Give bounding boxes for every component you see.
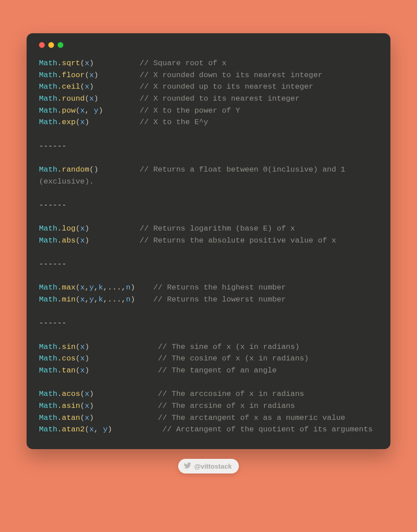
code-variable: k <box>98 295 103 304</box>
code-object: Math <box>39 354 57 363</box>
code-comment: // X to the E^y <box>140 118 208 126</box>
group-separator: ------ <box>39 201 66 209</box>
code-function: tan <box>62 366 76 375</box>
code-variable: n <box>126 283 130 292</box>
code-comment: // The arctangent of x as a numeric valu… <box>158 414 345 422</box>
code-object: Math <box>39 106 57 115</box>
code-comment: // Square root of x <box>140 59 226 67</box>
code-variable: x <box>85 414 89 422</box>
code-variable: x <box>80 354 85 363</box>
code-function: sqrt <box>62 59 80 67</box>
code-function: ceil <box>62 82 80 91</box>
code-variable: x <box>85 59 89 67</box>
zoom-dot-icon[interactable] <box>58 42 63 48</box>
code-function: floor <box>62 71 85 79</box>
code-variable: x <box>80 236 85 245</box>
code-variable: x <box>80 118 85 126</box>
window-titlebar <box>39 42 378 48</box>
code-object: Math <box>39 82 57 91</box>
group-separator: ------ <box>39 142 66 150</box>
code-function: atan2 <box>62 425 85 434</box>
code-variable: x <box>80 224 85 233</box>
code-function: pow <box>62 106 76 115</box>
code-object: Math <box>39 94 57 103</box>
code-comment: // X to the power of Y <box>140 106 240 115</box>
code-variable: x <box>80 106 85 115</box>
code-object: Math <box>39 366 57 375</box>
code-object: Math <box>39 59 57 67</box>
code-comment: // X rounded down to its nearest integer <box>140 71 323 79</box>
code-object: Math <box>39 414 57 422</box>
code-object: Math <box>39 71 57 79</box>
code-object: Math <box>39 236 57 245</box>
code-object: Math <box>39 390 57 398</box>
code-object: Math <box>39 343 57 351</box>
code-comment: // The sine of x (x in radians) <box>158 343 300 351</box>
code-function: abs <box>62 236 76 245</box>
code-function: acos <box>62 390 80 398</box>
code-object: Math <box>39 283 57 292</box>
code-comment: // The cosine of x (x in radians) <box>158 354 308 363</box>
code-object: Math <box>39 118 57 126</box>
code-function: round <box>62 94 85 103</box>
minimize-dot-icon[interactable] <box>48 42 54 48</box>
code-comment: // The arccosine of x in radians <box>158 390 304 398</box>
code-object: Math <box>39 425 57 434</box>
code-variable: y <box>90 283 94 292</box>
twitter-icon <box>183 462 191 471</box>
code-variable: k <box>98 283 103 292</box>
code-variable: x <box>90 94 94 103</box>
code-variable: x <box>80 295 85 304</box>
code-function: cos <box>62 354 76 363</box>
attribution-handle: @vittostack <box>194 462 232 470</box>
code-variable: n <box>126 295 130 304</box>
code-comment: // The arcsine of x in radians <box>158 402 295 410</box>
code-variable: x <box>90 425 94 434</box>
code-function: sin <box>62 343 76 351</box>
group-separator: ------ <box>39 319 66 327</box>
code-comment: // Returns the highest number <box>153 283 286 292</box>
code-object: Math <box>39 165 57 174</box>
code-comment: // X rounded to its nearest integer <box>140 94 300 103</box>
code-comment: // Returns the lowerst number <box>153 295 286 304</box>
code-function: random <box>62 165 90 174</box>
code-variable: x <box>80 343 85 351</box>
code-function: atan <box>62 414 80 422</box>
code-comment: // Returns logarithm (base E) of x <box>140 224 295 233</box>
group-separator: ------ <box>39 260 66 268</box>
code-function: log <box>62 224 76 233</box>
code-variable: x <box>80 366 85 375</box>
code-function: min <box>62 295 76 304</box>
code-variable: y <box>103 425 107 434</box>
code-function: asin <box>62 402 80 410</box>
code-object: Math <box>39 295 57 304</box>
code-window: Math.sqrt(x) // Square root of x Math.fl… <box>27 33 390 449</box>
code-function: exp <box>62 118 76 126</box>
code-object: Math <box>39 402 57 410</box>
code-comment: // Returns the absolute positive value o… <box>140 236 336 245</box>
code-variable: x <box>80 283 85 292</box>
code-variable: x <box>90 71 94 79</box>
attribution-badge: @vittostack <box>178 459 239 473</box>
code-variable: x <box>85 82 89 91</box>
code-object: Math <box>39 224 57 233</box>
code-variable: x <box>85 390 89 398</box>
code-comment: // The tangent of an angle <box>158 366 277 375</box>
code-block: Math.sqrt(x) // Square root of x Math.fl… <box>39 58 378 436</box>
code-variable: x <box>85 402 89 410</box>
code-comment: // X rounded up to its nearest integer <box>140 82 313 91</box>
close-dot-icon[interactable] <box>39 42 45 48</box>
code-comment: // Arctangent of the quotient of its arg… <box>163 425 373 434</box>
code-variable: y <box>94 106 98 115</box>
code-variable: y <box>90 295 94 304</box>
code-function: max <box>62 283 76 292</box>
